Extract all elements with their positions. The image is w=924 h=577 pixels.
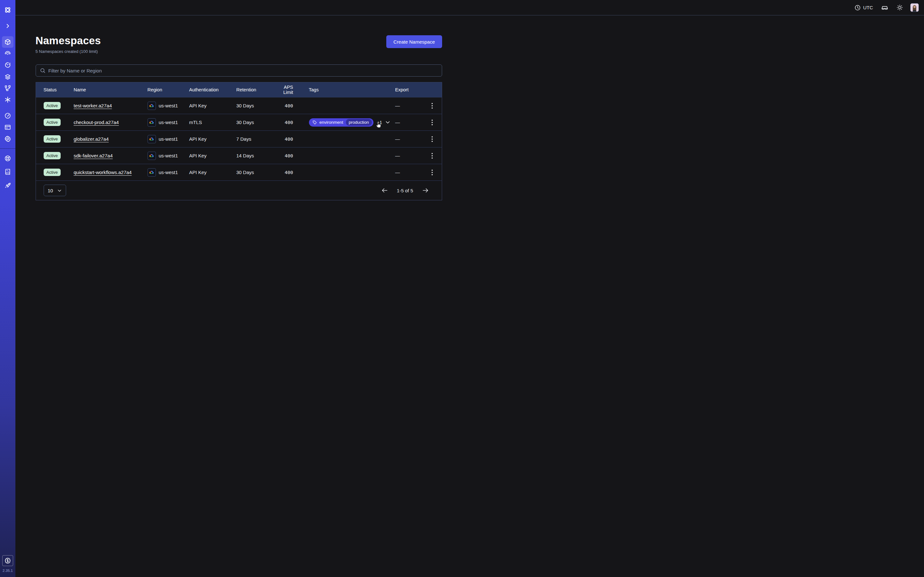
aps-limit-value: 400 bbox=[273, 120, 293, 125]
sidebar-item-usage[interactable] bbox=[2, 110, 13, 121]
page-size-select[interactable]: 10 bbox=[44, 185, 66, 196]
export-value: — bbox=[395, 136, 428, 142]
page-title: Namespaces bbox=[36, 35, 101, 47]
namespace-link[interactable]: quickstart-workflows.a27a4 bbox=[74, 169, 132, 175]
retention-label: 30 Days bbox=[236, 119, 273, 125]
namespace-link[interactable]: globalizer.a27a4 bbox=[74, 136, 109, 142]
sidebar-item-support[interactable] bbox=[2, 153, 13, 164]
auth-label: API Key bbox=[189, 153, 236, 158]
col-aps-limit: APS Limit bbox=[273, 85, 293, 95]
sidebar-item-settings[interactable] bbox=[2, 133, 13, 145]
aps-limit-value: 400 bbox=[273, 137, 293, 142]
col-name: Name bbox=[74, 87, 148, 92]
search-icon bbox=[40, 68, 45, 73]
export-value: — bbox=[395, 153, 428, 158]
namespace-link[interactable]: sdk-failover.a27a4 bbox=[74, 153, 113, 158]
main-content: Namespaces 5 Namespaces created (100 lim… bbox=[15, 15, 462, 288]
filter-input-wrapper[interactable] bbox=[36, 64, 442, 77]
retention-label: 14 Days bbox=[236, 153, 273, 158]
tag-key: environment bbox=[320, 120, 343, 125]
namespace-link[interactable]: checkout-prod.a27a4 bbox=[74, 119, 119, 125]
status-badge: Active bbox=[44, 135, 61, 143]
retention-label: 7 Days bbox=[236, 136, 273, 142]
sidebar-expand-chevron-right-icon[interactable] bbox=[2, 20, 13, 32]
retention-label: 30 Days bbox=[236, 169, 273, 175]
auth-label: API Key bbox=[189, 136, 236, 142]
tags-cell: environment production +1 bbox=[293, 118, 395, 127]
tags-expand-chevron-down-icon[interactable] bbox=[385, 119, 391, 125]
row-menu-kebab-icon[interactable] bbox=[430, 135, 435, 143]
aps-limit-value: 400 bbox=[273, 153, 293, 158]
row-menu-kebab-icon[interactable] bbox=[430, 102, 435, 110]
status-badge: Active bbox=[44, 102, 61, 109]
retention-label: 30 Days bbox=[236, 103, 273, 108]
tag-value: production bbox=[346, 119, 372, 126]
row-menu-kebab-icon[interactable] bbox=[430, 168, 435, 177]
filter-input[interactable] bbox=[48, 68, 438, 73]
region-label: us-west1 bbox=[159, 136, 178, 142]
region-label: us-west1 bbox=[159, 103, 178, 108]
sidebar-item-workflows[interactable] bbox=[2, 82, 13, 94]
namespaces-table: Status Name Region Authentication Retent… bbox=[36, 82, 442, 200]
row-menu-kebab-icon[interactable] bbox=[430, 118, 435, 127]
gcp-icon bbox=[148, 135, 156, 143]
export-value: — bbox=[395, 103, 428, 108]
create-namespace-button[interactable]: Create Namespace bbox=[386, 35, 442, 48]
region-label: us-west1 bbox=[159, 169, 178, 175]
tag-pill[interactable]: environment production bbox=[309, 118, 373, 127]
status-badge: Active bbox=[44, 152, 61, 159]
status-badge: Active bbox=[44, 169, 61, 176]
gcp-icon bbox=[148, 102, 156, 110]
table-row: Active globalizer.a27a4 bbox=[36, 131, 442, 147]
sidebar-item-namespaces[interactable] bbox=[2, 36, 13, 48]
auth-label: API Key bbox=[189, 169, 236, 175]
tag-icon bbox=[312, 120, 317, 125]
sidebar-item-deployments[interactable] bbox=[2, 71, 13, 82]
table-header-row: Status Name Region Authentication Retent… bbox=[36, 82, 442, 97]
next-page-arrow-icon[interactable] bbox=[422, 187, 429, 194]
pagination-range: 1-5 of 5 bbox=[397, 188, 413, 193]
region-label: us-west1 bbox=[159, 119, 178, 125]
sidebar-item-getting-started[interactable] bbox=[2, 179, 13, 191]
gcp-icon bbox=[148, 152, 156, 160]
gcp-icon bbox=[148, 168, 156, 177]
sidebar-item-monitor[interactable] bbox=[2, 48, 13, 59]
aps-limit-value: 400 bbox=[273, 170, 293, 175]
sidebar-item-docs[interactable] bbox=[2, 166, 13, 177]
namespace-link[interactable]: test-worker.a27a4 bbox=[74, 103, 112, 108]
aps-limit-value: 400 bbox=[273, 103, 293, 108]
col-status: Status bbox=[44, 87, 74, 92]
temporal-logo[interactable] bbox=[2, 4, 13, 16]
tags-more-count: +1 bbox=[377, 120, 382, 125]
auth-label: API Key bbox=[189, 103, 236, 108]
col-region: Region bbox=[148, 87, 189, 92]
table-row: Active checkout-prod.a27a4 bbox=[36, 114, 442, 131]
col-export: Export bbox=[395, 87, 428, 92]
sidebar-item-billing[interactable] bbox=[2, 121, 13, 133]
export-value: — bbox=[395, 169, 428, 175]
col-authentication: Authentication bbox=[189, 87, 236, 92]
col-tags: Tags bbox=[293, 87, 395, 92]
table-row: Active sdk-failover.a27a4 bbox=[36, 147, 442, 164]
table-row: Active test-worker.a27a4 bbox=[36, 97, 442, 114]
namespace-count-subtitle: 5 Namespaces created (100 limit) bbox=[36, 49, 101, 54]
page-size-value: 10 bbox=[48, 188, 53, 193]
chevron-down-icon bbox=[57, 188, 62, 193]
export-value: — bbox=[395, 119, 428, 125]
sidebar-item-nexus[interactable] bbox=[2, 94, 13, 105]
status-badge: Active bbox=[44, 119, 61, 126]
previous-page-arrow-icon[interactable] bbox=[381, 187, 388, 194]
table-row: Active quickstart-workflows.a27a4 bbox=[36, 164, 442, 181]
table-footer: 10 1-5 of 5 bbox=[36, 181, 442, 200]
topbar: UTC bbox=[15, 0, 462, 15]
sidebar: 2.35.1 bbox=[0, 0, 15, 288]
sidebar-item-schedules[interactable] bbox=[2, 59, 13, 71]
auth-label: mTLS bbox=[189, 119, 236, 125]
sidebar-divider bbox=[0, 148, 15, 149]
region-label: us-west1 bbox=[159, 153, 178, 158]
col-retention: Retention bbox=[236, 87, 273, 92]
gcp-icon bbox=[148, 118, 156, 127]
row-menu-kebab-icon[interactable] bbox=[430, 152, 435, 160]
